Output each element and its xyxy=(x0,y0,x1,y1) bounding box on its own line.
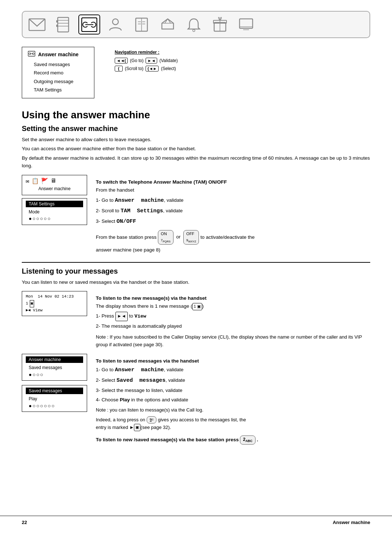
menu-box: Answer machine Saved messages Record mem… xyxy=(22,47,94,98)
section2-title: Listening to your messages xyxy=(22,267,370,275)
new-messages-section: Mon 14 Nov 02 14:23 1 ▣ ►◄ View To liste… xyxy=(22,291,370,348)
on-button: ON7PQRS xyxy=(158,230,173,245)
gem-icon[interactable] xyxy=(157,15,179,34)
saved-dots: ●○○○ xyxy=(26,371,83,378)
tam-steps-col: To switch the Telephone Answer Machine (… xyxy=(96,175,370,255)
nav-key-view: ►◄ xyxy=(115,312,128,321)
goto-key: ◄◄{ xyxy=(115,58,128,64)
tam-settings-screen: TAM Settings Mode ●○○○○○ xyxy=(22,198,87,225)
saved-msg-note3: entry is marked ►▣(see page 32). xyxy=(96,424,370,431)
saved-messages-sub: Saved messages xyxy=(26,364,83,371)
tam-settings-display: TAM Settings xyxy=(121,208,163,214)
phonebook-icon[interactable] xyxy=(52,15,74,34)
view-row: ►◄ View xyxy=(26,307,83,314)
tam-step3: 3- Select ON/OFF xyxy=(96,217,370,226)
icon-toolbar xyxy=(22,11,370,38)
bell-icon[interactable] xyxy=(183,15,205,34)
menu-icon xyxy=(28,51,35,58)
menu-item-tam: TAM Settings xyxy=(34,86,88,94)
book-icon[interactable] xyxy=(131,15,152,34)
menu-item-saved: Saved messages xyxy=(34,60,88,69)
section1-para1: Set the answer machine to allow callers … xyxy=(22,136,370,144)
validate-key: ►◄ xyxy=(146,58,157,64)
monitor-icon[interactable] xyxy=(235,15,257,34)
play-label: Play xyxy=(26,396,83,402)
menu-item-record: Record memo xyxy=(34,69,88,77)
new-msg-step2: 2- The message is automatically played xyxy=(96,322,370,331)
contacts-icon[interactable] xyxy=(105,15,126,34)
new-msg-title: To listen to the new message(s) via the … xyxy=(96,295,370,301)
saved-msg-steps: 1- Go to Answer machine, validate 2- Sel… xyxy=(96,365,370,405)
svg-point-12 xyxy=(113,19,118,25)
answer-machine-label: Answer machine xyxy=(26,186,83,191)
answer-display-2: Answer machine xyxy=(115,367,164,373)
menu-box-title: Answer machine xyxy=(28,51,88,58)
tam-settings-highlight: TAM Settings xyxy=(26,201,83,207)
entry-icon: ▣ xyxy=(134,424,140,431)
answer-machine-highlight2: Answer machine xyxy=(26,356,83,363)
listening-screens: Answer machine Saved messages ●○○○ Saved… xyxy=(22,354,87,415)
subsection1-title: To switch the Telephone Answer Machine (… xyxy=(96,179,370,185)
saved-msg-note2: Indeed, a long press on 9̲= gives you ac… xyxy=(96,416,370,424)
nav-row-1: ◄◄{ (Go to) ►◄ (Validate) xyxy=(115,58,364,64)
new-msg-note: Note : If you have subscribed to the Cal… xyxy=(96,334,370,349)
section1-title: Setting the answer machine xyxy=(22,124,370,133)
from-handset-label: From the handset xyxy=(96,186,370,194)
saved-step4: 4- Choose Play in the options and valida… xyxy=(96,396,370,404)
saved-msg-note1: Note : you can listen to message(s) via … xyxy=(96,406,370,414)
off-button: OFF9WXYZ xyxy=(183,230,199,245)
new-msg-para1: The display shows there is 1 new message… xyxy=(96,302,370,310)
date-row: Mon 14 Nov 02 14:23 xyxy=(26,294,83,300)
onoff-display: ON/OFF xyxy=(117,218,136,225)
screen-monitor-icon: 🖥 xyxy=(50,177,56,184)
play-text: Play xyxy=(120,397,130,402)
view-label: View xyxy=(135,314,146,319)
saved-messages-highlight: Saved messages xyxy=(26,388,83,394)
navigation-section: Answer machine Saved messages Record mem… xyxy=(22,47,370,98)
page-footer: 22 Answer machine xyxy=(0,516,392,529)
saved-messages-screen: Saved messages Play ●○○○○○○ xyxy=(22,385,87,412)
saved-step2: 2- Select Saved messages, validate xyxy=(96,376,370,385)
tam-screens-col: ✉ 📋 🚩 🖥 Answer machine TAM Settings Mode… xyxy=(22,175,87,255)
msg-count-icon: 1 ▣ xyxy=(192,303,202,310)
select-label: (Select) xyxy=(161,66,176,71)
svg-rect-1 xyxy=(58,17,69,32)
page-title: Using the answer machine xyxy=(22,109,370,121)
tam-dots: ●○○○○○ xyxy=(26,215,83,222)
new-msg-step1: 1- Press ►◄ to View xyxy=(96,312,370,321)
menu-item-outgoing: Outgoing message xyxy=(34,77,88,86)
saved-message-steps-col: To listen to saved messages via the hand… xyxy=(96,354,370,446)
tam-step2: 2- Scroll to TAM Settings, validate xyxy=(96,206,370,216)
svg-rect-5 xyxy=(56,20,58,22)
footer-label: Answer machine xyxy=(333,520,370,525)
section2-intro: You can listen to new or saved messages … xyxy=(22,278,370,286)
nav-reminder-title: Navigation reminder : xyxy=(115,50,364,55)
saved-message-screens-col: Answer machine Saved messages ●○○○ Saved… xyxy=(22,354,87,446)
answer-machine-screen: ✉ 📋 🚩 🖥 Answer machine xyxy=(22,175,87,195)
message-count-row: 1 ▣ xyxy=(26,300,83,307)
screen-envelope-icon: ✉ xyxy=(26,177,29,185)
saved-step1: 1- Go to Answer machine, validate xyxy=(96,365,370,375)
section-divider xyxy=(22,262,370,263)
section1-para3: By default the answer machine is activat… xyxy=(22,154,370,170)
from-base-text: From the base station press ON7PQRS or O… xyxy=(96,230,370,245)
answer-machine-icon[interactable] xyxy=(78,15,100,34)
new-message-steps-col: To listen to the new message(s) via the … xyxy=(96,291,370,348)
screen-flag-icon: 🚩 xyxy=(41,177,48,185)
play-dots: ●○○○○○○ xyxy=(26,402,83,409)
svg-rect-6 xyxy=(56,25,58,27)
goto-label: (Go to) xyxy=(130,58,143,63)
section1-para2: You can access the answer machine either… xyxy=(22,145,370,153)
menu-box-list: Saved messages Record memo Outgoing mess… xyxy=(34,60,88,94)
tam-switch-section: ✉ 📋 🚩 🖥 Answer machine TAM Settings Mode… xyxy=(22,175,370,255)
screen-phonebook-icon: 📋 xyxy=(32,177,39,185)
answer-machine-display: Answer machine xyxy=(115,197,164,204)
nav-row-2: { (Scroll to) {◄► (Select) xyxy=(115,66,364,71)
svg-marker-19 xyxy=(162,19,173,29)
tam-step1: 1- Go to Answer machine, validate xyxy=(96,196,370,205)
gift-icon[interactable] xyxy=(209,15,231,34)
envelope-icon[interactable] xyxy=(26,15,48,34)
message-icon: ▣ xyxy=(30,300,34,307)
message-display-screen: Mon 14 Nov 02 14:23 1 ▣ ►◄ View xyxy=(22,291,87,316)
scroll-label: (Scroll to) xyxy=(125,66,143,71)
